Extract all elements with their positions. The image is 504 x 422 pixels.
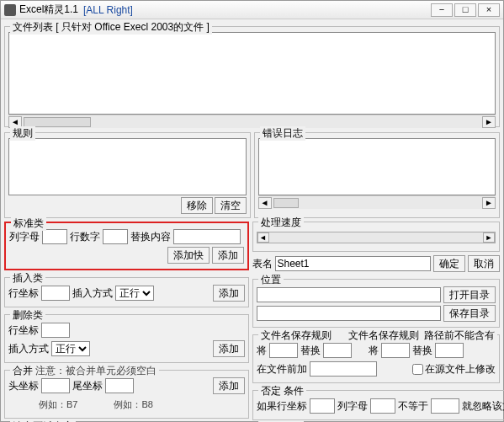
col-letter-input[interactable]	[42, 229, 67, 244]
open-dir-button[interactable]: 打开目录	[443, 286, 496, 303]
open-dir-input[interactable]	[257, 287, 442, 302]
merge-head-input[interactable]	[41, 378, 70, 393]
scroll-thumb[interactable]	[24, 117, 91, 127]
rules-remove-button[interactable]: 移除	[181, 197, 213, 214]
scroll-thumb[interactable]	[273, 198, 299, 208]
cond-col-input[interactable]	[370, 398, 395, 414]
cond-col-label: 列字母	[337, 399, 368, 414]
rules-list[interactable]	[8, 138, 247, 195]
inplace-checkbox[interactable]: 在源文件上修改	[412, 362, 496, 377]
delete-add-button[interactable]: 添加	[213, 340, 245, 357]
standard-group: 标准类 列字母 行数字 替换内容 添加快 添加	[4, 222, 249, 270]
filelist-hscroll[interactable]: ◄ ►	[8, 115, 496, 128]
sheet-ok-button[interactable]: 确定	[433, 255, 465, 272]
fn-prefix-input[interactable]	[310, 361, 377, 377]
merge-ex1: 例如：B7	[39, 398, 77, 411]
standard-legend: 标准类	[11, 216, 46, 231]
cond-skip-label: 就忽略该文件	[462, 399, 505, 414]
app-icon	[4, 4, 16, 16]
speed-group: 处理速度 ◄ ►	[252, 222, 501, 252]
fn-dst2-input[interactable]	[435, 343, 464, 358]
app-window: Excel精灵1.1 [ALL Right] − □ × 文件列表 [ 只针对 …	[0, 0, 504, 422]
app-title: Excel精灵1.1	[19, 3, 78, 17]
app-subtitle: [ALL Right]	[83, 4, 133, 16]
fn-will2-label: 将	[369, 344, 379, 358]
merge-tail-input[interactable]	[105, 378, 134, 393]
insert-legend: 插入类	[10, 271, 45, 286]
errlog-box[interactable]	[258, 138, 496, 195]
errlog-hscroll[interactable]: ◄ ►	[258, 195, 496, 209]
del-row-coord-input[interactable]	[41, 323, 70, 338]
merge-legend: 合并 注意：被合并单元必须空白	[10, 364, 159, 378]
maximize-button[interactable]: □	[454, 3, 476, 17]
titlebar: Excel精灵1.1 [ALL Right] − □ ×	[1, 1, 503, 19]
col-letter-label: 列字母	[9, 230, 40, 244]
errlog-group: 错误日志 ◄ ►	[254, 132, 501, 218]
replace-input[interactable]	[173, 229, 241, 244]
location-group: 位置 打开目录 保存目录	[252, 279, 501, 328]
merge-add-button[interactable]: 添加	[213, 377, 245, 394]
row-coord-input[interactable]	[41, 286, 70, 301]
del-mode-select[interactable]: 正行	[51, 341, 90, 356]
condition-legend: 否定 条件	[258, 384, 306, 398]
filename-rule-legend: 文件名保存规则 文件名保存规则 路径前不能含有	[258, 329, 498, 343]
sheet-input[interactable]	[275, 256, 432, 271]
scroll-right-icon[interactable]: ►	[482, 116, 496, 128]
fn-src2-input[interactable]	[381, 343, 410, 358]
replace-label: 替换内容	[130, 230, 171, 244]
fn-replace-label: 替换	[300, 344, 321, 358]
merge-ex2: 例如：B8	[114, 398, 152, 411]
minimize-button[interactable]: −	[431, 3, 453, 17]
fn-prefix-label: 在文件前加	[257, 362, 307, 377]
add-button[interactable]: 添加	[212, 247, 244, 264]
location-legend: 位置	[258, 273, 284, 287]
sheet-label: 表名	[252, 257, 273, 271]
filelist-legend: 文件列表 [ 只针对 Office Execl 2003的文件 ]	[10, 20, 212, 35]
merge-tail-label: 尾坐标	[72, 379, 103, 393]
rules-group: 规则 移除 清空	[4, 132, 251, 218]
fn-replace2-label: 替换	[412, 344, 432, 358]
insert-add-button[interactable]: 添加	[213, 285, 245, 302]
add-fast-button[interactable]: 添加快	[167, 247, 210, 264]
fn-src-input[interactable]	[269, 343, 298, 358]
inplace-check[interactable]	[412, 364, 423, 375]
scroll-left-icon[interactable]: ◄	[258, 197, 272, 209]
del-row-coord-label: 行坐标	[8, 323, 39, 338]
delete-group: 删除类 行坐标 插入方式 正行 添加	[4, 314, 249, 363]
condition-group: 否定 条件 如果行坐标 列字母 不等于 就忽略该文件	[252, 390, 505, 420]
filename-rule-group: 文件名保存规则 文件名保存规则 路径前不能含有 将 替换 将 替换	[252, 334, 501, 383]
cond-row-input[interactable]	[310, 398, 335, 414]
save-dir-button[interactable]: 保存目录	[443, 305, 496, 322]
sheet-cancel-button[interactable]: 取消	[468, 255, 500, 272]
row-coord-label: 行坐标	[8, 286, 39, 301]
insert-group: 插入类 行坐标 插入方式 正行 添加	[4, 277, 249, 307]
cond-val-input[interactable]	[431, 398, 459, 414]
filelist-group: 文件列表 [ 只针对 Office Execl 2003的文件 ] ◄ ►	[4, 26, 500, 127]
scroll-right-icon[interactable]: ►	[482, 197, 496, 209]
row-num-input[interactable]	[103, 229, 128, 244]
close-button[interactable]: ×	[478, 3, 500, 17]
speed-right-icon[interactable]: ►	[483, 232, 495, 243]
errlog-legend: 错误日志	[260, 126, 305, 141]
save-dir-input[interactable]	[257, 306, 442, 321]
fn-dst-input[interactable]	[323, 343, 352, 358]
merge-group: 合并 注意：被合并单元必须空白 头坐标 尾坐标 添加 例如：B7 例如：B8	[4, 370, 249, 419]
merge-head-label: 头坐标	[8, 379, 39, 393]
cond-noteq-label: 不等于	[398, 399, 428, 414]
rules-clear-button[interactable]: 清空	[215, 197, 247, 214]
cond-ifrow-label: 如果行坐标	[257, 399, 307, 414]
insert-mode-label: 插入方式	[72, 286, 113, 301]
delete-legend: 删除类	[10, 308, 45, 323]
fn-will-label: 将	[257, 344, 267, 358]
row-num-label: 行数字	[70, 230, 100, 244]
speed-legend: 处理速度	[258, 216, 304, 230]
insert-mode-select[interactable]: 正行	[115, 286, 154, 301]
rules-legend: 规则	[10, 126, 35, 141]
speed-slider[interactable]: ◄ ►	[257, 232, 496, 243]
speed-left-icon[interactable]: ◄	[257, 232, 269, 243]
del-mode-label: 插入方式	[8, 342, 49, 356]
filelist-box[interactable]	[8, 32, 496, 115]
